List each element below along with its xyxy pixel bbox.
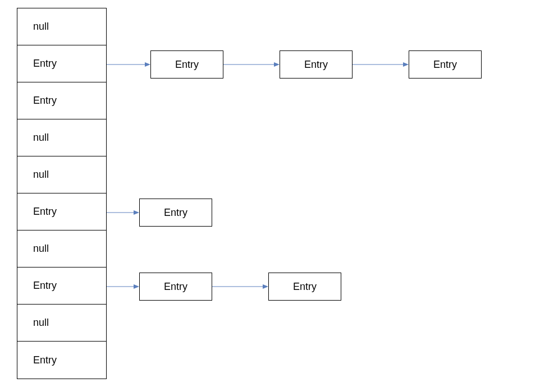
arrow-icon [223, 61, 280, 68]
bucket-cell: Entry [17, 45, 106, 82]
entry-label: Entry [164, 281, 187, 293]
bucket-label: null [33, 317, 49, 329]
svg-marker-3 [274, 62, 280, 67]
svg-marker-9 [134, 284, 139, 289]
bucket-label: Entry [33, 280, 57, 292]
bucket-label: Entry [33, 206, 57, 218]
bucket-cell: null [17, 119, 106, 156]
bucket-cell: Entry [17, 268, 106, 305]
entry-label: Entry [164, 207, 187, 219]
bucket-label: Entry [33, 95, 57, 107]
arrow-icon [107, 283, 139, 290]
entry-node: Entry [150, 50, 223, 79]
bucket-label: Entry [33, 58, 57, 70]
bucket-cell: null [17, 8, 106, 45]
arrow-icon [353, 61, 409, 68]
bucket-array: null Entry Entry null null Entry null En… [17, 8, 107, 379]
svg-marker-7 [134, 210, 139, 215]
svg-marker-11 [263, 284, 268, 289]
arrow-icon [212, 283, 268, 290]
svg-marker-1 [145, 62, 150, 67]
entry-label: Entry [293, 281, 317, 293]
bucket-label: null [33, 243, 49, 255]
arrow-icon [107, 61, 150, 68]
entry-node: Entry [139, 273, 212, 301]
entry-node: Entry [268, 273, 341, 301]
bucket-label: Entry [33, 354, 57, 366]
bucket-cell: null [17, 230, 106, 268]
bucket-cell: null [17, 305, 106, 342]
entry-label: Entry [175, 59, 199, 71]
bucket-cell: Entry [17, 82, 106, 119]
entry-node: Entry [409, 50, 482, 79]
bucket-label: null [33, 21, 49, 33]
bucket-label: null [33, 169, 49, 181]
entry-node: Entry [139, 199, 212, 227]
bucket-cell: null [17, 156, 106, 193]
bucket-cell: Entry [17, 193, 106, 230]
bucket-label: null [33, 132, 49, 144]
svg-marker-5 [403, 62, 409, 67]
bucket-cell: Entry [17, 342, 106, 379]
entry-label: Entry [433, 59, 457, 71]
arrow-icon [107, 209, 139, 216]
entry-label: Entry [304, 59, 328, 71]
entry-node: Entry [280, 50, 353, 79]
